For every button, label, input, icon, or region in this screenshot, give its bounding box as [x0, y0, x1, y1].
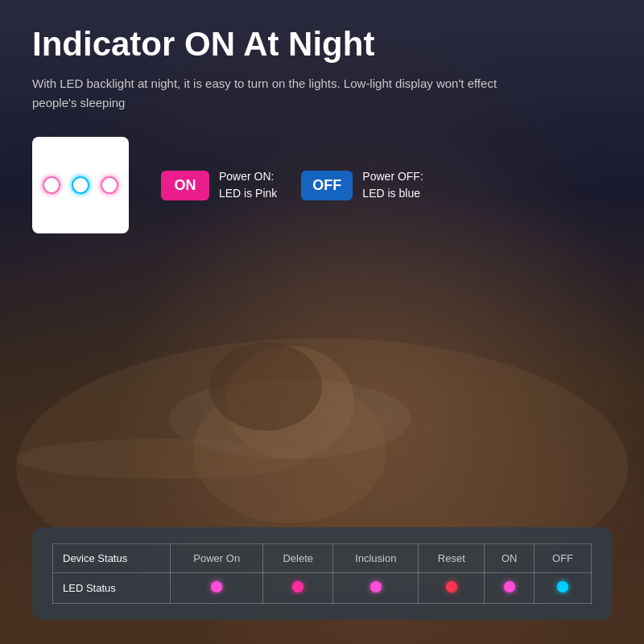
dot-delete [292, 581, 303, 592]
row-label-led-status: LED Status [53, 573, 171, 604]
status-badges: ON Power ON: LED is Pink OFF Power OFF: … [161, 168, 423, 202]
power-on-badge: ON Power ON: LED is Pink [161, 168, 277, 202]
cell-delete [263, 573, 333, 604]
dot-inclusion [370, 581, 382, 592]
led-center [72, 176, 89, 194]
switch-device-image [32, 137, 129, 233]
page-title: Indicator ON At Night [32, 24, 612, 64]
table-data-row: LED Status [53, 573, 592, 604]
col-header-on: ON [485, 544, 535, 573]
dot-on [504, 581, 515, 592]
power-off-badge: OFF Power OFF: LED is blue [301, 168, 423, 202]
dot-power-on [211, 581, 222, 592]
dot-off [557, 581, 568, 592]
led-right [101, 176, 118, 194]
page-subtitle: With LED backlight at night, it is easy … [32, 74, 499, 113]
col-header-delete: Delete [263, 544, 333, 573]
off-badge-text: Power OFF: LED is blue [362, 168, 423, 202]
cell-off [535, 573, 592, 604]
led-status-table: Device Status Power On Delete Inclusion … [52, 543, 592, 604]
dot-reset [446, 581, 457, 592]
col-header-device-status: Device Status [53, 544, 171, 573]
indicator-row: ON Power ON: LED is Pink OFF Power OFF: … [32, 137, 612, 233]
on-badge-text: Power ON: LED is Pink [219, 168, 277, 202]
col-header-reset: Reset [419, 544, 485, 573]
cell-power-on [171, 573, 263, 604]
on-badge-label: ON [161, 171, 209, 200]
cell-reset [419, 573, 485, 604]
off-badge-label: OFF [301, 171, 353, 200]
main-content: Indicator ON At Night With LED backlight… [0, 0, 644, 644]
cell-inclusion [333, 573, 419, 604]
led-left [43, 176, 60, 194]
col-header-inclusion: Inclusion [333, 544, 419, 573]
table-header-row: Device Status Power On Delete Inclusion … [53, 544, 592, 573]
col-header-power-on: Power On [171, 544, 263, 573]
led-status-table-container: Device Status Power On Delete Inclusion … [32, 527, 612, 620]
col-header-off: OFF [535, 544, 592, 573]
cell-on [485, 573, 535, 604]
